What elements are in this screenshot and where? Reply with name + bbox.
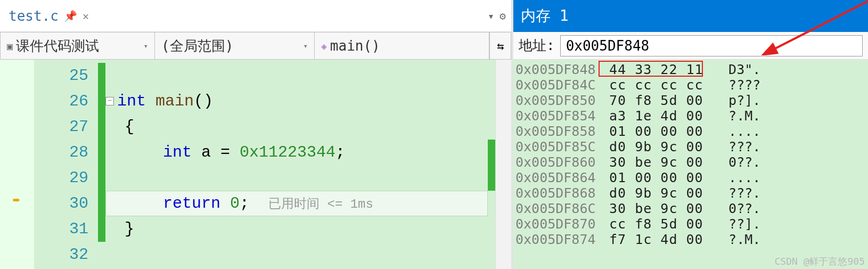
function-scope-dropdown[interactable]: ◈ main()	[315, 32, 489, 59]
memory-ascii: ....	[713, 170, 760, 185]
modified-marker	[98, 63, 105, 242]
scope-label: (全局范围)	[161, 37, 233, 55]
global-scope-dropdown[interactable]: (全局范围) ▾	[155, 32, 315, 59]
memory-address: 0x005DF854	[515, 108, 601, 124]
project-scope-dropdown[interactable]: ▣ 课件代码测试 ▾	[1, 32, 155, 59]
line-number: 26	[34, 88, 88, 114]
breakpoint-gutter[interactable]: ➨	[0, 60, 34, 269]
memory-bytes: cc f8 5d 00	[601, 216, 713, 232]
code-body[interactable]: −int main() { int a = 0x11223344; return…	[105, 60, 495, 269]
chevron-down-icon: ▾	[144, 42, 148, 50]
memory-address: 0x005DF874	[515, 232, 601, 247]
memory-ascii: D3".	[713, 62, 760, 77]
close-icon[interactable]: ✕	[83, 10, 89, 22]
chevron-down-icon: ▾	[304, 42, 308, 50]
memory-ascii: ???.	[713, 139, 760, 154]
code-editor-pane: test.c 📌 ✕ ▾ ⚙ ▣ 课件代码测试 ▾ (全局范围) ▾ ◈ mai…	[0, 0, 511, 269]
vertical-scrollbar[interactable]	[495, 60, 511, 269]
code-line: }	[105, 216, 495, 242]
modification-gutter	[98, 60, 105, 269]
memory-ascii: ....	[713, 124, 760, 139]
memory-address: 0x005DF86C	[515, 201, 601, 216]
memory-address: 0x005DF860	[515, 154, 601, 170]
file-tab[interactable]: test.c 📌 ✕	[9, 8, 89, 24]
memory-address: 0x005DF870	[515, 216, 601, 232]
gear-icon[interactable]: ⚙	[499, 10, 506, 22]
line-number: 30	[34, 191, 88, 216]
memory-ascii: ????	[713, 77, 760, 93]
code-line	[105, 242, 495, 267]
memory-address: 0x005DF848	[515, 62, 601, 77]
function-icon: ◈	[321, 40, 327, 52]
memory-row: 0x005DF850 70 f8 5d 00 p?].	[515, 93, 866, 108]
memory-ascii: ?.M.	[713, 232, 760, 247]
code-line	[105, 63, 495, 88]
memory-bytes: 01 00 00 00	[601, 124, 713, 139]
memory-row: 0x005DF86C 30 be 9c 00 0??.	[515, 201, 866, 216]
memory-ascii: 0??.	[713, 154, 760, 170]
memory-row: 0x005DF858 01 00 00 00 ....	[515, 124, 866, 139]
memory-row: 0x005DF84C cc cc cc cc ????	[515, 77, 866, 93]
memory-ascii: ?.M.	[713, 108, 760, 124]
memory-address: 0x005DF868	[515, 185, 601, 201]
memory-bytes: 44 33 22 11	[601, 62, 713, 77]
address-input[interactable]	[560, 35, 863, 56]
line-number: 32	[34, 242, 88, 267]
memory-bytes: 30 be 9c 00	[601, 154, 713, 170]
memory-bytes: cc cc cc cc	[601, 77, 713, 93]
memory-address: 0x005DF864	[515, 170, 601, 185]
memory-address: 0x005DF858	[515, 124, 601, 139]
memory-ascii: 0??.	[713, 201, 760, 216]
tab-filename: test.c	[9, 8, 59, 24]
code-area: ➨ 25 26 27 28 29 30 31 32 −int main() { …	[0, 60, 511, 269]
memory-ascii: ???.	[713, 185, 760, 201]
memory-row: 0x005DF85C d0 9b 9c 00 ???.	[515, 139, 866, 154]
memory-address: 0x005DF85C	[515, 139, 601, 154]
code-line: int a = 0x11223344;	[105, 140, 495, 165]
code-line: −int main()	[105, 88, 495, 114]
watermark: CSDN @鲜于言悠905	[774, 255, 865, 268]
memory-bytes: 30 be 9c 00	[601, 201, 713, 216]
memory-panel: 内存 1 地址: 0x005DF848 44 33 22 11 D3".0x00…	[511, 0, 868, 269]
memory-row: 0x005DF860 30 be 9c 00 0??.	[515, 154, 866, 170]
project-icon: ▣	[7, 40, 13, 52]
memory-ascii: p?].	[713, 93, 760, 108]
memory-bytes: d0 9b 9c 00	[601, 139, 713, 154]
line-number: 25	[34, 63, 88, 88]
memory-row: 0x005DF868 d0 9b 9c 00 ???.	[515, 185, 866, 201]
code-line: {	[105, 114, 495, 140]
memory-row: 0x005DF874 f7 1c 4d 00 ?.M.	[515, 232, 866, 247]
swap-icon: ⇆	[497, 39, 504, 53]
line-number-gutter: 25 26 27 28 29 30 31 32	[34, 60, 98, 269]
memory-bytes: a3 1e 4d 00	[601, 108, 713, 124]
scope-label: main()	[330, 38, 380, 54]
tab-overflow-caret-icon[interactable]: ▾	[488, 10, 494, 22]
memory-row: 0x005DF870 cc f8 5d 00 ??].	[515, 216, 866, 232]
memory-bytes: 01 00 00 00	[601, 170, 713, 185]
memory-panel-title[interactable]: 内存 1	[513, 0, 868, 32]
memory-address-row: 地址:	[513, 32, 868, 60]
memory-dump[interactable]: 0x005DF848 44 33 22 11 D3".0x005DF84C cc…	[513, 60, 868, 269]
tab-row: test.c 📌 ✕ ▾ ⚙	[0, 0, 511, 32]
swap-pane-button[interactable]: ⇆	[489, 32, 511, 59]
pin-icon[interactable]: 📌	[64, 10, 77, 22]
scope-label: 课件代码测试	[16, 37, 99, 55]
execution-pointer-icon: ➨	[13, 193, 20, 208]
memory-address: 0x005DF850	[515, 93, 601, 108]
memory-bytes: f7 1c 4d 00	[601, 232, 713, 247]
fold-toggle-icon[interactable]: −	[105, 97, 114, 105]
memory-row: 0x005DF864 01 00 00 00 ....	[515, 170, 866, 185]
memory-bytes: 70 f8 5d 00	[601, 93, 713, 108]
memory-row: 0x005DF854 a3 1e 4d 00 ?.M.	[515, 108, 866, 124]
memory-ascii: ??].	[713, 216, 760, 232]
line-number: 27	[34, 114, 88, 140]
title-text: 内存 1	[521, 6, 569, 26]
code-line: return 0; 已用时间 <= 1ms	[105, 191, 495, 216]
memory-row: 0x005DF848 44 33 22 11 D3".	[515, 62, 866, 77]
address-label: 地址:	[519, 36, 555, 55]
navigation-bar: ▣ 课件代码测试 ▾ (全局范围) ▾ ◈ main() ⇆	[0, 32, 511, 60]
memory-address: 0x005DF84C	[515, 77, 601, 93]
line-number: 28	[34, 140, 88, 165]
code-line	[105, 165, 495, 191]
line-number: 31	[34, 216, 88, 242]
